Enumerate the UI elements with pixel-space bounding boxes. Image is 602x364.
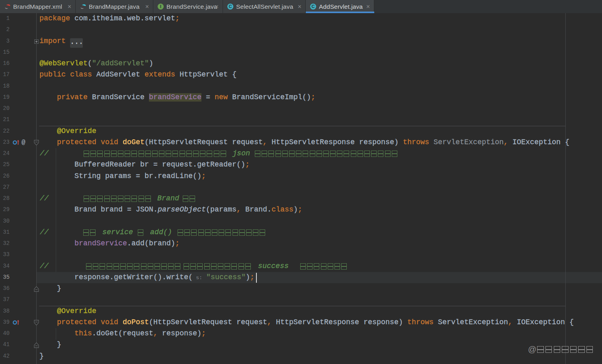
svg-text:I: I [160,4,161,9]
svg-text:C: C [229,4,232,9]
svg-text:C: C [312,4,315,9]
